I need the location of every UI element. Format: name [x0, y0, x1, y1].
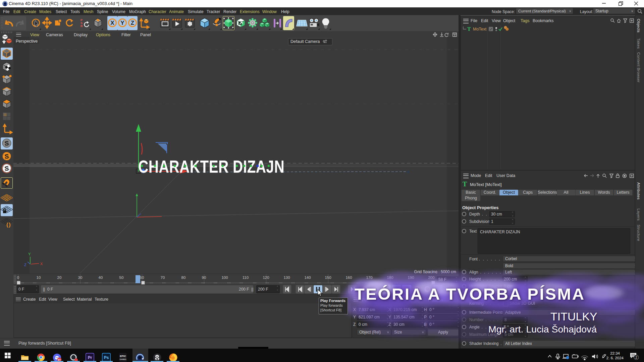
svg-text:Ps: Ps [104, 355, 109, 360]
svg-text:S: S [5, 165, 9, 172]
svg-text:Pr: Pr [88, 355, 92, 360]
svg-text:R: R [80, 24, 83, 28]
svg-text:): ) [9, 222, 11, 228]
svg-text:(: ( [6, 222, 8, 228]
svg-text:Y: Y [28, 252, 31, 256]
svg-text:EPIC: EPIC [120, 355, 126, 358]
svg-text:X: X [110, 20, 114, 26]
svg-text:X: X [40, 262, 43, 266]
svg-text:Y: Y [120, 20, 124, 26]
svg-text:2: 2 [635, 356, 637, 359]
svg-text:GAMES: GAMES [120, 358, 126, 360]
svg-text:S: S [5, 140, 9, 147]
svg-text:S: S [5, 153, 9, 160]
svg-text:Z: Z [24, 263, 26, 267]
svg-text:Z: Z [131, 20, 134, 26]
